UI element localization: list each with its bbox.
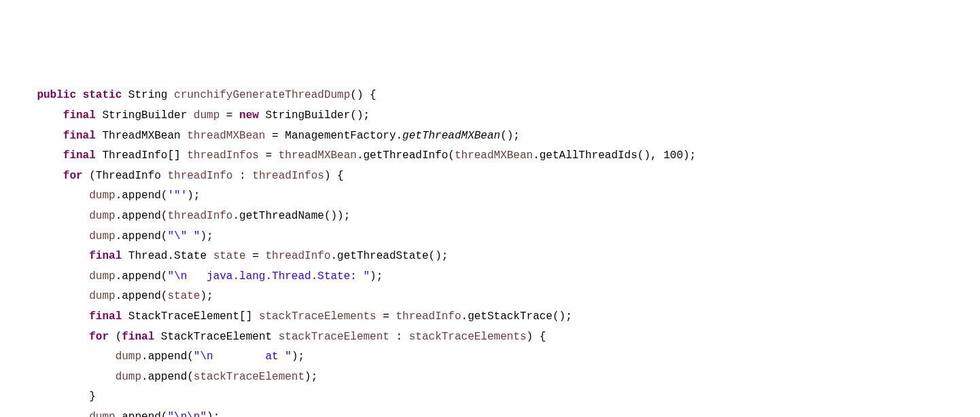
code-token: stackTraceElement <box>279 331 389 343</box>
code-token: dump <box>116 350 141 363</box>
code-token <box>11 89 37 101</box>
code-token: = <box>377 310 396 323</box>
code-token: threadInfos <box>187 149 259 162</box>
code-token: final <box>89 250 122 262</box>
code-token: threadInfos <box>252 170 324 182</box>
code-token: "\n\n" <box>167 411 207 417</box>
code-block: public static String crunchifyGenerateTh… <box>11 86 969 417</box>
code-token: static <box>83 89 122 101</box>
code-token: final <box>63 149 96 162</box>
code-token: final <box>63 130 96 142</box>
code-token: dump <box>89 230 115 242</box>
code-token: "\" " <box>167 230 200 242</box>
code-token: = <box>220 109 239 122</box>
code-token: dump <box>194 109 220 122</box>
code-token: : <box>389 331 409 343</box>
code-token: .append( <box>116 290 168 302</box>
code-token: .append( <box>116 210 168 222</box>
code-token: threadInfo <box>167 170 232 182</box>
code-token: .append( <box>141 350 194 363</box>
code-token: ( <box>109 331 122 343</box>
code-token: threadInfo <box>167 210 232 222</box>
code-token: state <box>213 250 246 262</box>
code-token: StringBuilder <box>96 109 194 122</box>
code-token: threadInfo <box>396 310 461 323</box>
code-token: ThreadInfo[] <box>96 149 187 162</box>
code-token: threadMXBean <box>455 149 533 162</box>
code-token: StackTraceElement <box>154 331 278 343</box>
code-token: Thread.State <box>122 250 213 262</box>
code-token: (ThreadInfo <box>83 170 168 182</box>
code-token: String <box>122 89 174 101</box>
code-token: final <box>89 310 122 323</box>
code-token: StackTraceElement[] <box>122 310 259 323</box>
code-token <box>76 89 83 101</box>
code-token: for <box>89 331 109 343</box>
code-token: state <box>167 290 200 302</box>
code-token: "\n java.lang.Thread.State: " <box>167 270 370 283</box>
code-token: .append( <box>116 411 168 417</box>
code-token: stackTraceElements <box>409 331 527 343</box>
code-token: crunchifyGenerateThreadDump <box>174 89 350 101</box>
code-token: dump <box>89 270 115 283</box>
code-token: stackTraceElement <box>194 371 304 383</box>
code-token: public <box>37 89 76 101</box>
code-token: = <box>259 149 279 162</box>
code-token: = ManagementFactory. <box>265 130 402 142</box>
code-token: .append( <box>141 371 194 383</box>
code-token: stackTraceElements <box>259 310 377 323</box>
code-token: getThreadMXBean <box>402 130 500 142</box>
code-token: threadInfo <box>265 250 330 262</box>
code-token: '"' <box>167 189 187 202</box>
code-token: .append( <box>116 270 168 283</box>
code-token: ThreadMXBean <box>96 130 187 142</box>
code-token: dump <box>89 210 115 222</box>
code-token: new <box>239 109 259 122</box>
code-token: .getThreadInfo( <box>357 149 455 162</box>
code-token: dump <box>89 411 115 417</box>
code-token: dump <box>89 290 115 302</box>
code-token: .append( <box>116 230 168 242</box>
code-token: final <box>122 331 154 343</box>
code-token: for <box>63 170 83 182</box>
code-token: dump <box>116 371 141 383</box>
code-token: final <box>63 109 96 122</box>
code-token: "\n at " <box>194 350 292 363</box>
code-token: = <box>246 250 266 262</box>
code-token: threadMXBean <box>279 149 357 162</box>
code-token: .append( <box>116 189 168 202</box>
code-token: threadMXBean <box>187 130 265 142</box>
code-token: : <box>232 170 252 182</box>
code-token: dump <box>89 189 115 202</box>
